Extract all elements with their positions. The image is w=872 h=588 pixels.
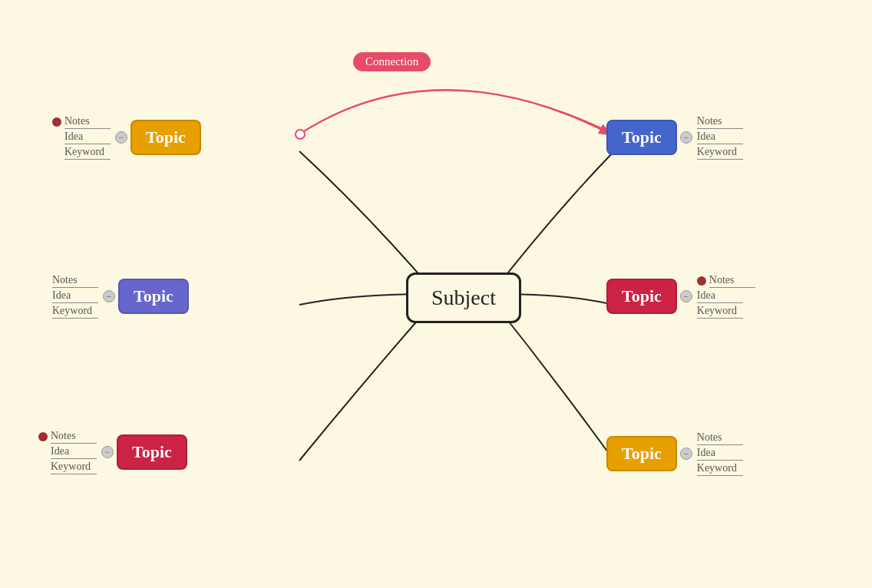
idea-label: Idea	[64, 130, 111, 144]
node-left-bot: Notes Idea Keyword − Topic	[38, 430, 187, 474]
mind-map: Connection Subject Notes Idea Keyword − …	[0, 0, 872, 588]
labels-right-mid: Notes Idea Keyword	[697, 274, 755, 319]
idea-label: Idea	[697, 289, 743, 303]
topic-box-right-top[interactable]: Topic	[606, 120, 677, 155]
labels-right-top: Notes Idea Keyword	[697, 115, 743, 160]
keyword-label: Keyword	[697, 305, 743, 319]
subject-box[interactable]: Subject	[406, 273, 521, 323]
idea-label: Idea	[52, 289, 98, 303]
topic-box-left-top[interactable]: Topic	[130, 120, 201, 155]
connection-label: Connection	[353, 52, 431, 71]
node-right-top: Topic − Notes Idea Keyword	[606, 115, 743, 160]
keyword-label: Keyword	[52, 305, 98, 319]
notes-label: Notes	[52, 115, 111, 129]
topic-box-right-mid[interactable]: Topic	[606, 279, 677, 314]
idea-label: Idea	[697, 447, 743, 461]
notes-label: Notes	[697, 115, 743, 129]
keyword-label: Keyword	[51, 461, 97, 474]
labels-right-bot: Notes Idea Keyword	[697, 431, 743, 476]
keyword-label: Keyword	[64, 146, 111, 160]
minus-icon[interactable]: −	[680, 448, 692, 460]
topic-box-right-bot[interactable]: Topic	[606, 436, 677, 471]
minus-icon[interactable]: −	[680, 290, 692, 302]
keyword-label: Keyword	[697, 462, 743, 476]
notes-label: Notes	[38, 430, 97, 444]
labels-left-bot: Notes Idea Keyword	[38, 430, 97, 474]
node-left-top: Notes Idea Keyword − Topic	[52, 115, 201, 160]
notes-label: Notes	[697, 274, 755, 288]
dot-icon	[697, 276, 706, 286]
node-right-bot: Topic − Notes Idea Keyword	[606, 431, 743, 476]
notes-label: Notes	[52, 274, 98, 288]
connection-start-dot	[295, 129, 306, 140]
minus-icon[interactable]: −	[101, 446, 114, 458]
node-left-mid: Notes Idea Keyword − Topic	[52, 274, 189, 319]
dot-icon	[38, 432, 48, 441]
dot-icon	[52, 117, 61, 127]
topic-box-left-bot[interactable]: Topic	[117, 434, 187, 470]
labels-left-top: Notes Idea Keyword	[52, 115, 111, 160]
labels-left-mid: Notes Idea Keyword	[52, 274, 98, 319]
topic-box-left-mid[interactable]: Topic	[118, 279, 189, 314]
idea-label: Idea	[697, 130, 743, 144]
minus-icon[interactable]: −	[115, 131, 127, 144]
notes-label: Notes	[697, 431, 743, 445]
minus-icon[interactable]: −	[680, 131, 692, 144]
node-right-mid: Topic − Notes Idea Keyword	[606, 274, 755, 319]
idea-label: Idea	[51, 445, 97, 459]
minus-icon[interactable]: −	[103, 290, 115, 302]
keyword-label: Keyword	[697, 146, 743, 160]
